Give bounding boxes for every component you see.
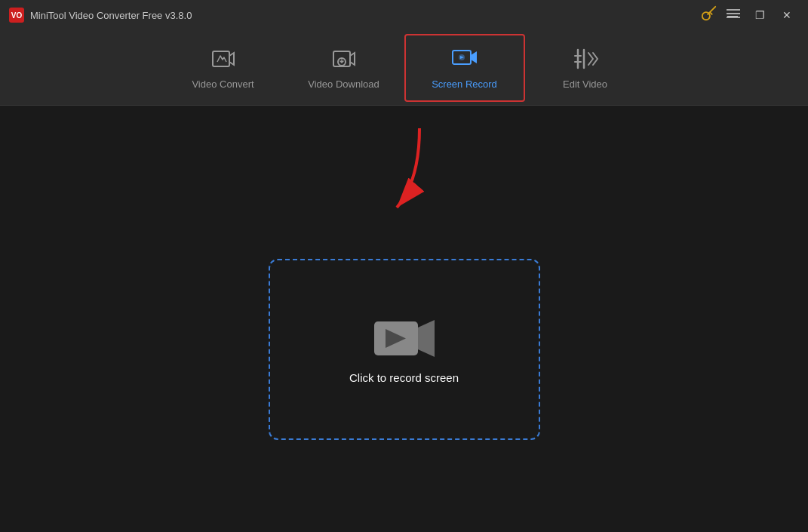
app-logo: VO (9, 8, 24, 23)
main-content: Click to record screen (0, 106, 808, 532)
menu-lines-icon (727, 8, 740, 19)
camera-svg (374, 314, 442, 363)
hamburger-icon[interactable] (727, 8, 740, 22)
nav-label-video-convert: Video Convert (192, 78, 253, 90)
record-screen-button[interactable]: Click to record screen (269, 259, 540, 440)
close-button[interactable]: ✕ (775, 5, 799, 26)
edit-video-icon (572, 45, 599, 72)
title-bar: VO MiniTool Video Converter Free v3.8.0 … (0, 0, 808, 30)
nav-label-edit-video: Edit Video (563, 78, 607, 90)
nav-item-video-convert[interactable]: Video Convert (163, 34, 284, 102)
svg-marker-13 (418, 320, 435, 357)
arrow-svg (359, 121, 450, 219)
record-label: Click to record screen (349, 371, 459, 384)
nav-label-screen-record: Screen Record (432, 78, 497, 90)
screen-record-icon (451, 45, 478, 72)
nav-item-edit-video[interactable]: Edit Video (525, 34, 646, 102)
logo-text: VO (11, 11, 22, 20)
video-download-icon (330, 45, 358, 72)
nav-label-video-download: Video Download (308, 78, 379, 90)
nav-item-video-download[interactable]: Video Download (284, 34, 404, 102)
maximize-button[interactable]: ❐ (748, 5, 772, 26)
key-icon-area (701, 5, 717, 25)
app-title: MiniTool Video Converter Free v3.8.0 (30, 10, 720, 21)
arrow-indicator (359, 121, 450, 219)
nav-bar: Video Convert Video Download Screen Reco… (0, 30, 808, 106)
nav-item-screen-record[interactable]: Screen Record (404, 34, 525, 102)
svg-rect-4 (213, 51, 229, 66)
camera-icon (374, 314, 435, 359)
key-icon (701, 5, 717, 22)
video-convert-icon (210, 45, 237, 72)
